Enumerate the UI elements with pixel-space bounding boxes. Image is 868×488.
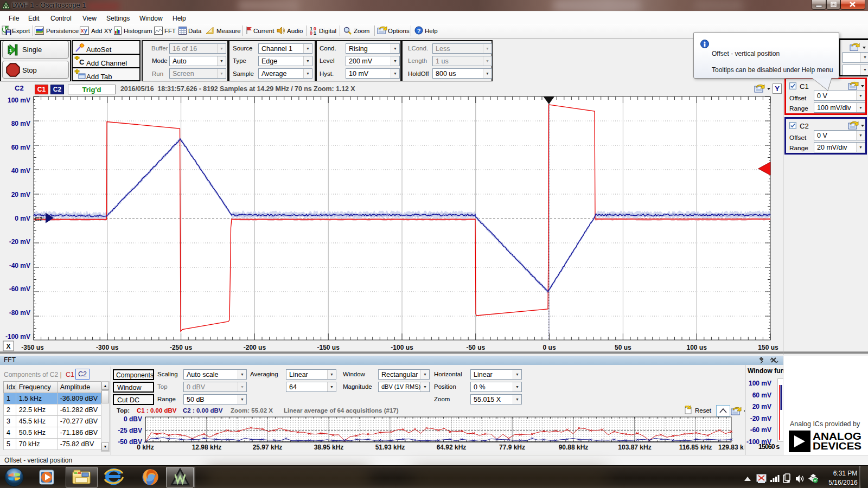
svg-text:-60 mV: -60 mV [9, 285, 30, 293]
svg-text:-250 us: -250 us [170, 344, 193, 351]
svg-text:-300 us: -300 us [96, 344, 119, 351]
svg-text:-100 mV: -100 mV [5, 333, 30, 341]
svg-text:-40 mV: -40 mV [9, 262, 30, 269]
svg-text:C: C [79, 58, 85, 66]
svg-text:0 us: 0 us [543, 344, 556, 351]
svg-text:20 mV: 20 mV [11, 191, 30, 198]
svg-text:0 mV: 0 mV [15, 215, 30, 222]
svg-text:y: y [84, 28, 87, 34]
svg-text:-50 us: -50 us [466, 344, 485, 351]
svg-text:0: 0 [310, 30, 312, 35]
svg-text:-80 mV: -80 mV [9, 309, 30, 317]
svg-text:-100 us: -100 us [391, 344, 413, 351]
svg-text:80 mV: 80 mV [11, 120, 30, 127]
svg-text:1: 1 [314, 30, 316, 35]
svg-text:?: ? [417, 28, 421, 34]
svg-text:60 mV: 60 mV [11, 144, 30, 151]
svg-text:100 mV: 100 mV [8, 97, 30, 104]
svg-text:150 us: 150 us [758, 344, 778, 351]
svg-text:-200 us: -200 us [244, 344, 266, 351]
svg-text:DEVICES: DEVICES [813, 440, 861, 452]
svg-text:X: X [6, 343, 10, 350]
svg-text:-150 us: -150 us [317, 344, 340, 351]
svg-text:100 us: 100 us [687, 344, 707, 351]
svg-text:40 mV: 40 mV [11, 167, 30, 175]
svg-text:-350 us: -350 us [21, 344, 44, 351]
svg-text:C2: C2 [35, 216, 43, 222]
svg-text:-20 mV: -20 mV [9, 238, 30, 246]
svg-text:50 us: 50 us [615, 344, 631, 351]
